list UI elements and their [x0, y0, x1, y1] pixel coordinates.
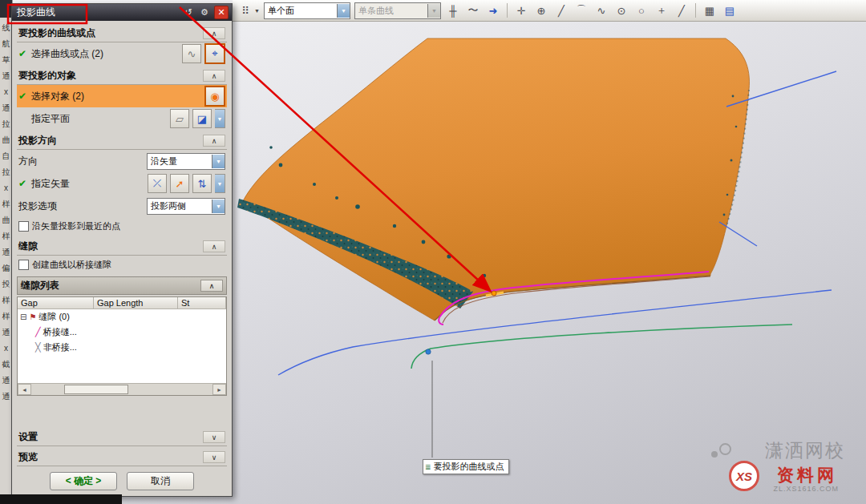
left-toolbar-item[interactable]: 偏	[1, 260, 12, 276]
chevron-up-icon[interactable]: ∧	[200, 280, 223, 292]
circle-center-icon[interactable]: ⊕	[533, 2, 549, 18]
expand-icon[interactable]: ⊟	[20, 312, 26, 321]
select-objects-row[interactable]: ✔ 选择对象 (2) ◉	[17, 85, 227, 107]
left-toolbar-item[interactable]: 样	[1, 228, 12, 244]
pattern-grid-icon[interactable]: ⠿	[237, 2, 253, 18]
left-toolbar-item[interactable]: 通	[1, 100, 12, 116]
project-nearest-checkbox[interactable]	[18, 221, 29, 232]
pattern-dropdown-arrow-icon[interactable]: ▼	[254, 8, 260, 14]
circle-icon[interactable]: ○	[633, 2, 650, 18]
left-toolbar-item[interactable]: 通	[1, 244, 12, 260]
proceed-arrow-icon[interactable]: ➜	[485, 2, 501, 18]
grid-view-icon[interactable]: ▦	[702, 2, 718, 18]
scroll-right-icon[interactable]: ►	[212, 384, 226, 395]
gap-list-title: 缝隙列表	[21, 279, 59, 292]
left-toolbar-item[interactable]: 通	[1, 373, 12, 389]
left-toolbar-item[interactable]: 通	[1, 389, 12, 405]
table-row-bridge[interactable]: ╱ 桥接缝...	[18, 325, 226, 340]
diagonal-line-icon[interactable]: ╱	[674, 2, 690, 18]
chevron-up-icon[interactable]: ∧	[203, 27, 225, 39]
plus-icon[interactable]: ＋	[654, 2, 670, 18]
bridge-gaps-checkbox[interactable]	[18, 260, 29, 270]
bridge-label: 桥接缝...	[43, 326, 77, 338]
chevron-down-icon[interactable]: ∨	[203, 431, 225, 443]
plane-dialog-button[interactable]: ▱	[170, 109, 189, 128]
left-toolbar-item[interactable]: 曲	[1, 132, 12, 148]
left-toolbar-item[interactable]: 曲	[1, 212, 12, 228]
cancel-button[interactable]: 取消	[127, 472, 194, 490]
studio-spline-icon[interactable]: 〜	[465, 2, 481, 18]
arc-icon[interactable]: ⌒	[573, 2, 589, 18]
reset-icon[interactable]: ↺	[182, 6, 195, 18]
scrollbar-thumb[interactable]	[64, 385, 128, 394]
left-toolbar-item[interactable]: 自	[1, 148, 12, 164]
left-toolbar-item[interactable]: 通	[1, 68, 12, 84]
plane-type-button[interactable]: ◪	[192, 109, 212, 128]
left-toolbar-item[interactable]: 航	[1, 36, 12, 52]
gap-table-header-row: Gap Gap Length St	[18, 297, 226, 309]
left-toolbar-item[interactable]: 拉	[1, 116, 12, 132]
close-icon[interactable]: ✕	[214, 6, 229, 19]
left-toolbar-item[interactable]: 草	[1, 52, 12, 68]
bridge-gaps-row[interactable]: 创建曲线以桥接缝隙	[17, 256, 227, 274]
gap-table: Gap Gap Length St ⊟ ⚑ 缝隙 (0) ╱ 桥接缝... ╳ …	[17, 296, 227, 396]
point-constructor-icon[interactable]: ✛	[513, 2, 529, 18]
vector-dropdown-arrow-icon[interactable]: ▼	[215, 174, 225, 193]
bridge-gaps-label: 创建曲线以桥接缝隙	[32, 259, 111, 271]
curve-point	[426, 349, 431, 354]
section-projection-direction: 投影方向 ∧	[17, 131, 227, 150]
select-curves-label: 选择曲线或点 (2)	[31, 47, 103, 61]
left-toolbar-item[interactable]: 样	[1, 292, 12, 308]
left-toolbar-item[interactable]: 拉	[1, 164, 12, 180]
plane-dropdown-arrow-icon[interactable]: ▼	[215, 109, 225, 128]
curve-button[interactable]: ∿	[182, 44, 201, 63]
column-header-st[interactable]: St	[178, 297, 226, 309]
datasheet-icon[interactable]: ▤	[722, 2, 738, 18]
dialog-titlebar[interactable]: 投影曲线 ↺ ⚙ ✕	[12, 4, 232, 21]
table-row-gap-root[interactable]: ⊟ ⚑ 缝隙 (0)	[18, 309, 226, 325]
direction-dropdown[interactable]: 沿矢量 ▼	[147, 153, 225, 170]
point-dialog-button[interactable]: ⌖	[204, 43, 225, 64]
project-nearest-row[interactable]: 沿矢量投影到最近的点	[17, 217, 227, 236]
line-icon[interactable]: ╱	[553, 2, 569, 18]
left-toolbar-item[interactable]: 样	[1, 308, 12, 325]
scrollbar-track[interactable]	[31, 384, 212, 395]
chevron-up-icon[interactable]: ∧	[203, 240, 225, 252]
left-toolbar-item[interactable]: x	[1, 341, 12, 357]
section-title: 要投影的对象	[18, 69, 76, 83]
horizontal-scrollbar[interactable]: ◄ ►	[18, 383, 226, 395]
selection-tooltip: ≣ 要投影的曲线或点	[423, 459, 509, 474]
left-toolbar-item[interactable]: x	[1, 84, 12, 100]
scroll-left-icon[interactable]: ◄	[18, 384, 31, 395]
specify-plane-row[interactable]: 指定平面 ▱ ◪ ▼	[17, 107, 227, 130]
watermark-logo: XS	[729, 461, 759, 491]
chevron-down-icon[interactable]: ∨	[203, 451, 225, 463]
gear-icon[interactable]: ⚙	[198, 6, 211, 18]
vector-dialog-button[interactable]: ⤫	[148, 174, 167, 193]
chevron-up-icon[interactable]: ∧	[203, 70, 225, 82]
conic-icon[interactable]: ⊙	[613, 2, 629, 18]
selection-point	[492, 291, 496, 296]
left-toolbar-item[interactable]: 投	[1, 276, 12, 292]
inferred-vector-button[interactable]: ➚	[170, 174, 189, 193]
left-toolbar-item[interactable]: 截	[1, 357, 12, 373]
face-rule-dropdown[interactable]: 单个面 ▼	[264, 2, 350, 19]
left-toolbar-item[interactable]: x	[1, 180, 12, 196]
nonbridge-curve-icon: ╳	[35, 342, 41, 353]
snap-poles-icon[interactable]: ╫	[445, 2, 461, 18]
column-header-gap[interactable]: Gap	[18, 297, 94, 309]
select-curves-row[interactable]: ✔ 选择曲线或点 (2) ∿ ⌖	[17, 42, 227, 65]
left-toolbar-item[interactable]: 线	[1, 20, 12, 36]
column-header-gap-length[interactable]: Gap Length	[94, 297, 178, 309]
ok-button[interactable]: < 确定 >	[50, 472, 117, 490]
left-toolbar-item[interactable]: 样	[1, 196, 12, 212]
select-object-button[interactable]: ◉	[204, 86, 225, 107]
chevron-up-icon[interactable]: ∧	[203, 135, 225, 147]
spline-icon[interactable]: ∿	[593, 2, 609, 18]
plane-dialog-icon: ▱	[176, 113, 184, 125]
projection-option-dropdown[interactable]: 投影两侧 ▼	[147, 198, 225, 215]
specify-vector-row[interactable]: ✔ 指定矢量 ⤫ ➚ ⇅ ▼	[17, 172, 227, 195]
table-row-nonbridge[interactable]: ╳ 非桥接...	[18, 340, 226, 355]
left-toolbar-item[interactable]: 通	[1, 325, 12, 341]
reverse-direction-button[interactable]: ⇅	[192, 174, 212, 193]
